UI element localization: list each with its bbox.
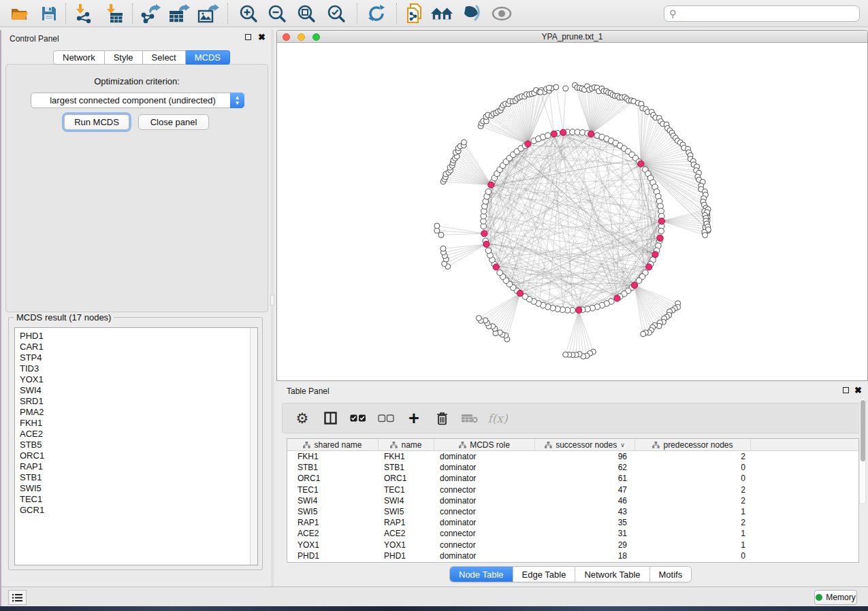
mcds-result-item[interactable]: ORC1	[20, 450, 257, 461]
import-network-button[interactable]	[72, 3, 95, 24]
tab-style[interactable]: Style	[105, 50, 143, 65]
tab-network[interactable]: Network	[53, 50, 105, 65]
network-node[interactable]	[545, 133, 551, 139]
tab-select[interactable]: Select	[143, 50, 186, 65]
network-canvas[interactable]	[277, 43, 867, 380]
list-scrollbar[interactable]	[250, 328, 257, 565]
mcds-hub-node[interactable]	[517, 290, 523, 296]
mcds-hub-node[interactable]	[551, 131, 557, 137]
table-row[interactable]: ACE2ACE2connector311	[287, 528, 858, 539]
table-row[interactable]: FKH1FKH1dominator962	[287, 451, 858, 462]
mcds-hub-node[interactable]	[525, 141, 531, 147]
add-row-button[interactable]: +	[405, 408, 423, 429]
mcds-result-item[interactable]: RAP1	[20, 461, 257, 472]
network-graph[interactable]	[277, 43, 867, 380]
tab-motifs[interactable]: Motifs	[650, 567, 692, 582]
close-panel-button[interactable]: Close panel	[138, 114, 209, 130]
mcds-result-item[interactable]: STB1	[20, 472, 257, 483]
mcds-result-item[interactable]: TEC1	[20, 494, 257, 505]
zoom-selected-button[interactable]	[325, 3, 348, 24]
table-row[interactable]: SWI5SWI5connector431	[287, 506, 858, 517]
leaf-node[interactable]	[563, 86, 568, 91]
table-scrollbar[interactable]	[859, 398, 866, 504]
mcds-result-item[interactable]: TID3	[20, 363, 257, 374]
column-header-predecessor-nodes[interactable]: predecessor nodes	[635, 439, 751, 451]
show-graphics-button[interactable]	[490, 3, 513, 24]
float-table-panel-icon[interactable]	[843, 387, 849, 393]
mcds-result-item[interactable]: CAR1	[20, 342, 257, 352]
mcds-result-item[interactable]: SRD1	[20, 396, 257, 407]
column-header-shared-name[interactable]: shared name	[287, 439, 379, 451]
mcds-result-item[interactable]: STB5	[20, 440, 257, 450]
mcds-hub-node[interactable]	[481, 231, 487, 237]
network-node[interactable]	[485, 188, 492, 195]
network-node[interactable]	[636, 278, 642, 284]
table-row[interactable]: YOX1YOX1connector291	[287, 540, 858, 550]
search-field[interactable]: ⚲	[664, 5, 860, 22]
mcds-hub-node[interactable]	[631, 282, 637, 288]
vertical-splitter[interactable]	[271, 30, 274, 587]
mcds-result-item[interactable]: ACE2	[20, 429, 257, 440]
table-row[interactable]: ORC1ORC1dominator610	[287, 473, 858, 484]
table-row[interactable]: STB1STB1dominator620	[287, 462, 858, 473]
mcds-hub-node[interactable]	[483, 241, 489, 247]
zoom-fit-button[interactable]	[295, 3, 318, 24]
mcds-result-item[interactable]: GCR1	[20, 505, 257, 516]
table-row[interactable]: PHD1PHD1dominator180	[287, 550, 858, 561]
leaf-node[interactable]	[434, 223, 440, 229]
save-session-button[interactable]	[37, 3, 61, 24]
leaf-node[interactable]	[641, 331, 646, 337]
mcds-hub-node[interactable]	[488, 182, 494, 188]
column-header-MCDS-role[interactable]: MCDS role	[434, 439, 535, 451]
select-all-button[interactable]	[349, 408, 367, 429]
mcds-result-item[interactable]: SWI5	[20, 483, 257, 494]
table-row[interactable]: TEC1TEC1connector472	[287, 484, 858, 495]
leaf-node[interactable]	[476, 316, 481, 321]
mcds-result-item[interactable]: STP4	[20, 352, 257, 363]
mcds-hub-node[interactable]	[493, 264, 499, 270]
export-table-button[interactable]	[167, 3, 191, 24]
cybrowser-button[interactable]	[430, 3, 453, 24]
mcds-result-item[interactable]: SWI4	[20, 385, 257, 396]
mcds-hub-node[interactable]	[652, 251, 658, 257]
network-node[interactable]	[497, 270, 503, 276]
tab-network-table[interactable]: Network Table	[575, 567, 649, 582]
zoom-out-button[interactable]	[266, 3, 289, 24]
search-input[interactable]	[679, 9, 859, 18]
node-table[interactable]: shared namenameMCDS rolesuccessor nodes∨…	[287, 438, 859, 563]
mcds-hub-node[interactable]	[658, 218, 664, 224]
leaf-node[interactable]	[563, 352, 568, 357]
mcds-result-item[interactable]: FKH1	[20, 418, 257, 429]
mcds-hub-node[interactable]	[576, 307, 582, 313]
column-header-successor-nodes[interactable]: successor nodes∨	[535, 439, 635, 451]
mcds-result-list[interactable]: PHD1CAR1STP4TID3YOX1SWI4SRD1PMA2FKH1ACE2…	[14, 327, 258, 565]
table-settings-button[interactable]: ⚙	[293, 408, 311, 429]
leaf-node[interactable]	[438, 232, 444, 237]
close-panel-icon[interactable]: ✖	[258, 34, 266, 40]
network-window-titlebar[interactable]: YPA_prune.txt_1	[277, 31, 867, 43]
run-mcds-button[interactable]: Run MCDS	[64, 114, 129, 130]
mcds-hub-node[interactable]	[588, 131, 594, 137]
delete-table-button[interactable]	[461, 408, 479, 429]
deselect-all-button[interactable]	[377, 408, 395, 429]
leaf-node[interactable]	[538, 89, 543, 95]
apply-layout-button[interactable]	[365, 3, 388, 24]
table-row[interactable]: RAP1RAP1dominator352	[287, 517, 858, 528]
network-node[interactable]	[485, 248, 492, 254]
leaf-node[interactable]	[553, 84, 559, 90]
leaf-node[interactable]	[703, 232, 708, 237]
mcds-result-item[interactable]: YOX1	[20, 374, 257, 385]
memory-button[interactable]: Memory	[814, 590, 857, 605]
column-layout-button[interactable]	[321, 408, 339, 429]
zoom-in-button[interactable]	[237, 3, 260, 24]
leaf-node[interactable]	[440, 246, 446, 251]
mcds-result-item[interactable]: PMA2	[20, 407, 257, 418]
mcds-hub-node[interactable]	[657, 235, 663, 241]
leaf-node[interactable]	[546, 85, 551, 90]
hide-graphics-button[interactable]	[460, 3, 483, 24]
tab-mcds[interactable]: MCDS	[186, 50, 230, 65]
clone-network-button[interactable]	[403, 3, 426, 24]
table-scrollbar-thumb[interactable]	[861, 400, 865, 461]
table-row[interactable]: SWI4SWI4dominator462	[287, 495, 858, 506]
task-history-button[interactable]	[8, 590, 27, 605]
